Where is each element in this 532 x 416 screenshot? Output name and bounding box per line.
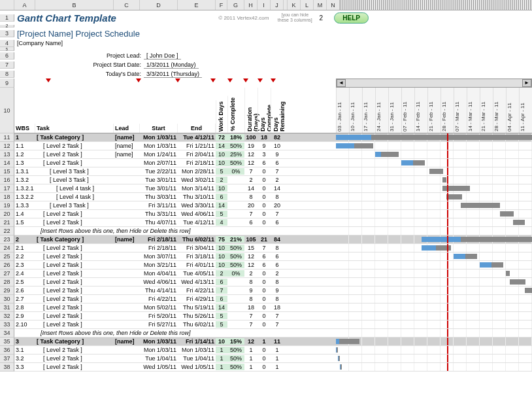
days-remaining-cell[interactable]: 8 xyxy=(271,296,284,302)
wbs-cell[interactable]: 1.3 xyxy=(14,160,35,166)
end-cell[interactable]: Thu 5/26/11 xyxy=(178,313,216,319)
task-cell[interactable]: [ Level 3 Task ] xyxy=(35,177,114,183)
task-cell[interactable]: [ Level 2 Task ] xyxy=(35,296,114,302)
workdays-cell[interactable]: 10 xyxy=(216,262,227,268)
task-row[interactable]: 1.5[ Level 2 Task ]Thu 4/07/11Tue 4/12/1… xyxy=(14,218,284,227)
start-cell[interactable]: Mon 1/03/11 xyxy=(140,143,178,149)
row-header-4[interactable]: 4 xyxy=(0,40,14,47)
row-header[interactable]: 22 xyxy=(0,227,14,235)
row-header[interactable]: 14 xyxy=(0,159,14,167)
task-cell[interactable]: [ Level 2 Task ] xyxy=(35,347,114,353)
duration-cell[interactable]: 8 xyxy=(244,194,258,200)
wbs-cell[interactable]: 2.8 xyxy=(14,304,35,311)
end-cell[interactable]: Fri 3/04/11 xyxy=(178,245,216,251)
row-header[interactable]: 27 xyxy=(0,269,14,278)
wbs-cell[interactable]: 1.2 xyxy=(14,151,35,158)
start-cell[interactable]: Mon 5/02/11 xyxy=(140,304,178,311)
days-remaining-cell[interactable]: 7 xyxy=(271,313,284,319)
workdays-cell[interactable]: 1 xyxy=(216,364,227,370)
end-cell[interactable]: Fri 4/22/11 xyxy=(178,287,216,294)
task-cell[interactable]: [ Task Category ] xyxy=(35,338,114,345)
end-cell[interactable]: Wed 4/13/11 xyxy=(178,279,216,285)
note-row[interactable]: [Insert Rows above this one, then Hide o… xyxy=(14,329,284,338)
row-header[interactable]: 18 xyxy=(0,193,14,201)
days-complete-cell[interactable]: 0 xyxy=(258,347,271,353)
days-remaining-cell[interactable]: 6 xyxy=(271,160,284,166)
workdays-cell[interactable]: 6 xyxy=(216,279,227,285)
workdays-cell[interactable]: 10 xyxy=(216,245,227,251)
start-cell[interactable]: Mon 3/21/11 xyxy=(140,262,178,268)
duration-cell[interactable]: 12 xyxy=(244,338,258,345)
wbs-cell[interactable]: 1.4 xyxy=(14,211,35,217)
days-complete-cell[interactable]: 0 xyxy=(258,321,271,328)
row-header[interactable]: 33 xyxy=(0,321,14,329)
duration-cell[interactable]: 7 xyxy=(244,313,258,319)
lead-cell[interactable]: [name] xyxy=(114,151,140,158)
workdays-cell[interactable]: 10 xyxy=(216,160,227,166)
row-header[interactable]: 30 xyxy=(0,295,14,303)
workdays-cell[interactable]: 6 xyxy=(216,194,227,200)
row-header-10[interactable]: 10 xyxy=(0,88,14,133)
row-header[interactable]: 21 xyxy=(0,218,14,227)
days-remaining-cell[interactable]: 7 xyxy=(271,211,284,217)
start-cell[interactable]: Tue 2/22/11 xyxy=(140,168,178,175)
days-remaining-cell[interactable]: 8 xyxy=(271,245,284,251)
col-N[interactable]: N xyxy=(327,0,340,10)
help-button[interactable]: HELP xyxy=(334,12,369,24)
duration-cell[interactable]: 9 xyxy=(244,287,258,294)
days-complete-cell[interactable]: 0 xyxy=(258,313,271,319)
days-remaining-cell[interactable]: 7 xyxy=(271,168,284,175)
days-remaining-cell[interactable]: 1 xyxy=(271,355,284,362)
task-cell[interactable]: [ Level 2 Task ] xyxy=(35,151,114,158)
task-cell[interactable]: [ Level 2 Task ] xyxy=(35,245,114,251)
days-complete-cell[interactable]: 7 xyxy=(258,245,271,251)
end-cell[interactable]: Wed 4/06/11 xyxy=(178,211,216,217)
col-D[interactable]: D xyxy=(140,0,178,10)
wbs-cell[interactable]: 3 xyxy=(14,338,35,345)
task-row[interactable]: 1.2[ Level 2 Task ][name]Mon 1/24/11Fri … xyxy=(14,150,284,159)
row-header-6[interactable]: 6 xyxy=(0,52,14,60)
days-complete-cell[interactable]: 0 xyxy=(258,211,271,217)
days-complete-cell[interactable]: 0 xyxy=(258,287,271,294)
workdays-cell[interactable]: 75 xyxy=(216,236,227,243)
task-cell[interactable]: [ Level 2 Task ] xyxy=(35,287,114,294)
task-cell[interactable]: [ Level 2 Task ] xyxy=(35,211,114,217)
workdays-cell[interactable]: 2 xyxy=(216,177,227,183)
days-complete-cell[interactable]: 0 xyxy=(258,177,271,183)
task-cell[interactable]: [ Level 2 Task ] xyxy=(35,270,114,277)
project-lead-value[interactable]: [ John Doe ] xyxy=(144,52,181,60)
row-header[interactable]: 31 xyxy=(0,303,14,312)
workdays-cell[interactable]: 14 xyxy=(216,304,227,311)
duration-cell[interactable]: 12 xyxy=(244,151,258,158)
task-row[interactable]: 2.4[ Level 2 Task ]Mon 4/04/11Tue 4/05/1… xyxy=(14,269,284,278)
end-cell[interactable]: Fri 2/04/11 xyxy=(178,151,216,158)
task-row[interactable]: 2.3[ Level 2 Task ]Mon 3/21/11Fri 4/01/1… xyxy=(14,261,284,269)
start-cell[interactable]: Fri 5/20/11 xyxy=(140,313,178,319)
days-complete-cell[interactable]: 0 xyxy=(258,168,271,175)
task-cell[interactable]: [ Level 2 Task ] xyxy=(35,219,114,226)
col-A[interactable]: A xyxy=(14,0,35,10)
note-row[interactable]: [Insert Rows above this one, then Hide o… xyxy=(14,227,284,235)
days-complete-cell[interactable]: 0 xyxy=(258,355,271,362)
end-cell[interactable]: Thu 3/10/11 xyxy=(178,194,216,200)
task-row[interactable]: 2.7[ Level 2 Task ]Fri 4/22/11Fri 4/29/1… xyxy=(14,295,284,303)
task-row[interactable]: 1.3.1[ Level 3 Task ]Tue 2/22/11Mon 2/28… xyxy=(14,167,284,176)
wbs-cell[interactable]: 2.5 xyxy=(14,279,35,285)
duration-cell[interactable]: 8 xyxy=(244,296,258,302)
lead-cell[interactable]: [name] xyxy=(114,134,140,141)
row-header[interactable]: 36 xyxy=(0,346,14,355)
task-row[interactable]: 1.3.2.1[ Level 4 task ]Tue 3/01/11Mon 3/… xyxy=(14,184,284,193)
row-header[interactable]: 29 xyxy=(0,286,14,295)
row-header[interactable]: 20 xyxy=(0,210,14,218)
end-cell[interactable]: Tue 4/05/11 xyxy=(178,270,216,277)
days-complete-cell[interactable]: 0 xyxy=(258,296,271,302)
duration-cell[interactable]: 7 xyxy=(244,168,258,175)
workdays-cell[interactable]: 5 xyxy=(216,321,227,328)
wbs-cell[interactable]: 2.10 xyxy=(14,321,35,328)
wbs-cell[interactable]: 1.1 xyxy=(14,143,35,149)
workdays-cell[interactable]: 5 xyxy=(216,168,227,175)
task-cell[interactable]: [ Task Category ] xyxy=(35,134,114,141)
pct-cell[interactable]: 50% xyxy=(227,160,244,166)
col-J[interactable]: J xyxy=(271,0,284,10)
start-cell[interactable]: Wed 1/05/11 xyxy=(140,364,178,370)
